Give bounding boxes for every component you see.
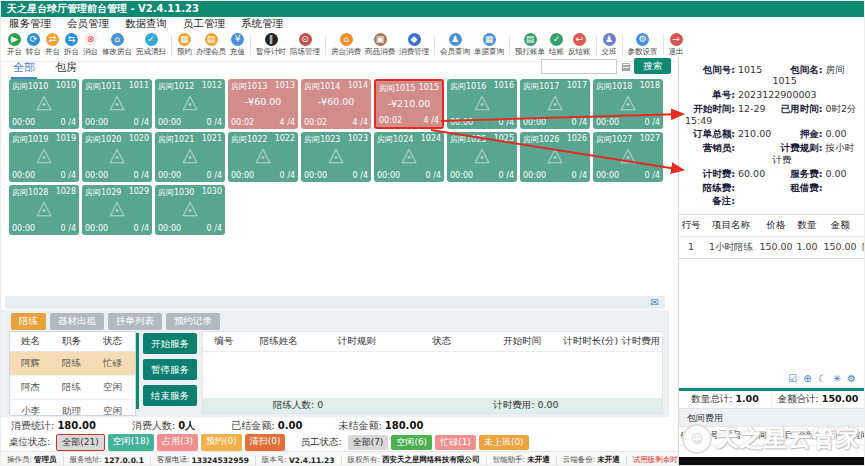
table-status-chip[interactable]: 空闲(18) xyxy=(108,434,154,451)
table-status-chip[interactable]: 占用(3) xyxy=(157,434,198,451)
menu-item[interactable]: 员工管理 xyxy=(183,17,225,31)
toolbar-button[interactable]: ▤ 办理会员 xyxy=(194,33,228,57)
room-card[interactable]: 房间1011 1011 ◬ 00:00 0 /4 xyxy=(82,79,152,129)
room-card[interactable]: 房间1023 1023 ◬ 00:00 0 /4 xyxy=(301,132,371,182)
menu-item[interactable]: 服务管理 xyxy=(9,17,51,31)
order-item-row[interactable]: 1 1小时陪练 150.00 1.00 150.00 阿辉(出台) xyxy=(679,237,864,258)
toolbar-button[interactable]: ♟ 交班 xyxy=(600,33,619,57)
room-card[interactable]: 房间1022 1022 ◬ 00:00 0 /4 xyxy=(228,132,298,182)
toolbar-button[interactable]: → 退出 xyxy=(667,33,686,57)
panel-tool-icon[interactable]: ⊕ xyxy=(803,373,811,384)
staff-row[interactable]: 阿辉 陪练 忙碌 xyxy=(10,352,135,376)
room-card[interactable]: 房间1012 1012 ◬ 00:00 0 /4 xyxy=(155,79,225,129)
mail-icon[interactable]: ✉ xyxy=(651,296,659,309)
toolbar-button[interactable]: ⇆ 拆台 xyxy=(62,33,81,57)
qty-total-value: 1.00 xyxy=(735,393,758,404)
toolbar-button[interactable] xyxy=(596,35,597,55)
room-occupancy: 0 /4 xyxy=(353,171,368,180)
toolbar-button[interactable]: ♟ 会员查询 xyxy=(438,33,472,57)
room-card[interactable]: 房间1013 1013 ◬ -¥60.00 00:02 4 /4 xyxy=(228,79,298,129)
toolbar-button[interactable]: ⇄ 并台 xyxy=(43,33,62,57)
menu-item[interactable]: 系统管理 xyxy=(241,17,283,31)
menu-item[interactable]: 数据查询 xyxy=(125,17,167,31)
toolbar-button[interactable]: ▶ 开台 xyxy=(5,33,24,57)
toolbar-button[interactable]: ✓ 结账 xyxy=(547,33,566,57)
room-timer: 00:00 xyxy=(85,171,108,180)
panel-tool-icon[interactable]: ✳ xyxy=(833,373,841,384)
staff-status-chip[interactable]: 空闲(6) xyxy=(391,435,432,450)
toolbar-button[interactable]: ▦ 预约 xyxy=(175,33,194,57)
room-card[interactable]: 房间1027 1027 ◬ 00:00 0 /4 xyxy=(593,132,663,182)
search-button[interactable]: 搜索 xyxy=(634,58,671,74)
service-button[interactable]: 开始服务 xyxy=(143,333,197,354)
service-button[interactable]: 暂停服务 xyxy=(143,359,197,380)
coach-tab[interactable]: 挂单列表 xyxy=(108,313,162,330)
coach-tab[interactable]: 器材出租 xyxy=(50,313,104,330)
room-card[interactable]: 房间1015 1015 ◬ -¥210.00 00:02 4 /4 xyxy=(374,79,444,129)
table-status-chip[interactable]: 清扫(0) xyxy=(245,434,286,451)
tab-all[interactable]: 全部 xyxy=(11,60,37,79)
toolbar-button[interactable]: ⌂ 修改房台 xyxy=(100,33,134,57)
tab-private-rooms[interactable]: 包房 xyxy=(55,60,77,75)
toolbar-button[interactable]: ⌂ 房台消费 xyxy=(329,33,363,57)
toolbar-button[interactable] xyxy=(434,35,435,55)
staff-row[interactable]: 小李 助理 空闲 xyxy=(10,400,135,416)
coach-tab[interactable]: 陪练 xyxy=(11,313,46,330)
order-items-empty-space xyxy=(679,259,864,371)
staff-status-chip[interactable]: 忙碌(1) xyxy=(435,435,476,450)
room-card[interactable]: 房间1010 1010 ◬ 00:00 0 /4 xyxy=(9,79,79,129)
room-card[interactable]: 房间1021 1021 ◬ 00:00 0 /4 xyxy=(155,132,225,182)
room-card[interactable]: 房间1019 1019 ◬ 00:00 0 /4 xyxy=(9,132,79,182)
toolbar-button[interactable] xyxy=(622,35,623,55)
room-name: 房间1015 xyxy=(379,83,415,94)
panel-tool-icon[interactable]: ☑ xyxy=(788,373,797,384)
toolbar-button[interactable]: ¥ 充值 xyxy=(228,33,247,57)
room-card[interactable]: 房间1030 1030 ◬ 00:00 0 /4 xyxy=(155,185,225,235)
toolbar-button[interactable]: ✓ 完成清扫 xyxy=(134,33,168,57)
toolbar-button[interactable]: ▣ 商品消费 xyxy=(363,33,397,57)
toolbar-button[interactable]: ▦ 单据查询 xyxy=(472,33,506,57)
toolbar-button[interactable]: ◆ 消费管理 xyxy=(397,33,431,57)
room-number: 1015 xyxy=(419,83,439,94)
toolbar-button[interactable]: ⚙ 参数设置 xyxy=(626,33,660,57)
panel-tool-icon[interactable]: ☾ xyxy=(818,373,827,384)
toolbar-button[interactable]: ▤ 预打账单 xyxy=(513,33,547,57)
toolbar-button[interactable]: ⊙ 陪练管理 xyxy=(288,33,322,57)
toolbar-icon: ↩ xyxy=(573,33,586,46)
order-items-header: 行号 项目名称 价格 数量 金额 员工姓名 xyxy=(679,215,864,237)
room-card[interactable]: 房间1025 1025 ◬ 00:00 0 /4 xyxy=(447,132,517,182)
table-status-chip[interactable]: 预约(0) xyxy=(201,434,242,451)
toolbar-button[interactable] xyxy=(509,35,510,55)
staff-status-chip[interactable]: 未上班(0) xyxy=(479,435,529,450)
toolbar-button[interactable]: ⊗ 消台 xyxy=(81,33,100,57)
room-card[interactable]: 房间1024 1024 ◬ 00:00 0 /4 xyxy=(374,132,444,182)
service-button[interactable]: 结束服务 xyxy=(143,385,197,406)
toolbar-button[interactable] xyxy=(171,35,172,55)
toolbar-button[interactable]: ↩ 反结账 xyxy=(566,33,593,57)
toolbar-button[interactable]: ⟳ 转台 xyxy=(24,33,43,57)
room-card[interactable]: 房间1029 1029 ◬ 00:00 0 /4 xyxy=(82,185,152,235)
room-card[interactable]: 房间1020 1020 ◬ 00:00 0 /4 xyxy=(82,132,152,182)
toolbar-button[interactable] xyxy=(325,35,326,55)
search-input[interactable] xyxy=(541,59,617,74)
coach-tab[interactable]: 预约记录 xyxy=(166,313,220,330)
menu-item[interactable]: 会员管理 xyxy=(67,17,109,31)
toolbar-button[interactable] xyxy=(250,35,251,55)
toolbar-button[interactable]: ∥ 暂停计时 xyxy=(254,33,288,57)
staff-table-scrollbar[interactable] xyxy=(136,333,139,409)
billiards-logo-icon: ◬ xyxy=(155,197,225,217)
room-card[interactable]: 房间1014 1014 ◬ -¥60.00 00:02 4 /4 xyxy=(301,79,371,129)
panel-tool-icon[interactable]: ⚙ xyxy=(847,373,856,384)
statusbar-item: 智能助手:未开通 xyxy=(493,455,550,465)
room-card[interactable]: 房间1018 1018 ◬ 00:00 0 /4 xyxy=(593,79,663,129)
list-icon[interactable]: ▤ xyxy=(621,59,630,74)
room-card[interactable]: 房间1017 1017 ◬ 00:00 0 /4 xyxy=(520,79,590,129)
room-card[interactable]: 房间1016 1016 ◬ 00:00 0 /4 xyxy=(447,79,517,129)
table-status-chip[interactable]: 全部(21) xyxy=(56,434,104,451)
room-card[interactable]: 房间1028 1028 ◬ 00:00 0 /4 xyxy=(9,185,79,235)
toolbar-icon: ⌂ xyxy=(340,33,353,46)
staff-row[interactable]: 阿杰 陪练 空闲 xyxy=(10,376,135,400)
staff-status-chip[interactable]: 全部(7) xyxy=(348,435,389,450)
room-card[interactable]: 房间1026 1026 ◬ 00:00 0 /4 xyxy=(520,132,590,182)
toolbar-button[interactable] xyxy=(663,35,664,55)
